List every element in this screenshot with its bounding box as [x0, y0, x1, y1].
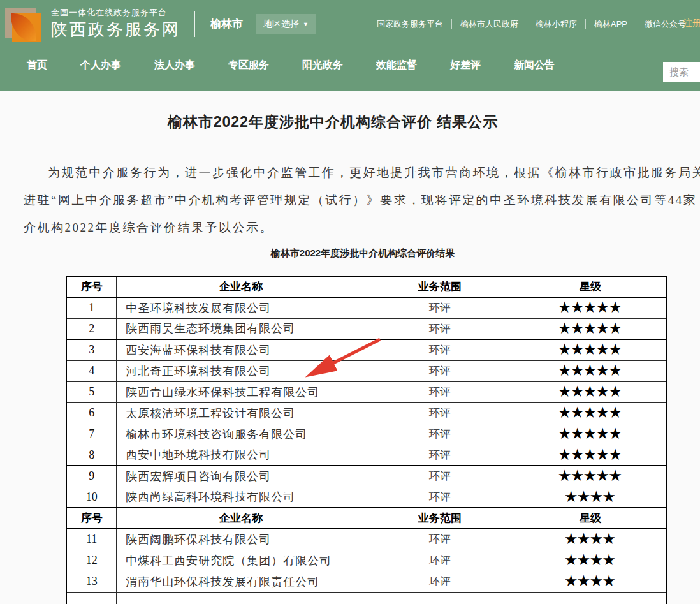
cell-no: 12 [66, 550, 117, 571]
site-name: 陕西政务服务网 [51, 19, 180, 40]
cell-stars: ★★★★★ [514, 339, 667, 360]
paragraph-line: 进驻“网上中介服务超市”中介机构考评管理规定（试行）》要求，现将评定的中圣环境科… [24, 192, 697, 209]
column-header: 序号 [66, 508, 117, 529]
cell-no: 11 [66, 529, 117, 550]
nav-item-新闻公告[interactable]: 新闻公告 [514, 59, 555, 72]
cell-no [66, 592, 117, 604]
paragraph-line: 为规范中介服务行为，进一步强化中介监管工作，更好地提升我市营商环境，根据《榆林市… [48, 165, 700, 181]
cell-scope: 环评 [365, 424, 514, 445]
brand-text: 全国一体化在线政务服务平台 陕西政务服务网 [51, 8, 180, 40]
top-link[interactable]: 榆林APP [586, 18, 636, 30]
table-row: 13渭南华山环保科技发展有限责任公司环评★★★★ [66, 571, 667, 592]
column-header: 业务范围 [365, 276, 514, 297]
current-city-label: 榆林市 [210, 17, 243, 31]
nav-item-首页[interactable]: 首页 [27, 59, 47, 72]
table-row: 12中煤科工西安研究院（集团）有限公司环评★★★★ [66, 550, 667, 571]
table-row: 6太原核清环境工程设计有限公司环评★★★★★ [66, 402, 667, 424]
cell-scope: 环评 [365, 381, 514, 402]
cell-name: 渭南华山环保科技发展有限责任公司 [117, 571, 365, 592]
cell-no: 4 [66, 360, 117, 381]
table-caption: 榆林市2022年度涉批中介机构综合评价结果 [0, 247, 700, 260]
cell-stars: ★★★★★ [514, 445, 667, 466]
cell-name: 陕西青山绿水环保科技工程有限公司 [117, 381, 365, 402]
column-header: 业务范围 [365, 508, 514, 529]
table-row: 3西安海蓝环保科技有限公司环评★★★★★ [66, 339, 667, 360]
table-row: 8西安中地环境科技有限公司环评★★★★★ [66, 445, 667, 466]
cell-no: 3 [66, 339, 117, 360]
top-links: 国家政务服务平台榆林市人民政府榆林小程序榆林APP微信公众号 [368, 0, 694, 48]
cell-stars: ★★★★ [514, 487, 667, 508]
cell-name [117, 592, 365, 604]
cell-no: 6 [66, 402, 117, 424]
column-header: 序号 [66, 276, 117, 297]
platform-label: 全国一体化在线政务服务平台 [51, 8, 180, 18]
paragraph-line: 介机构2022年度综合评价结果予以公示。 [24, 219, 273, 236]
cell-name: 中圣环境科技发展有限公司 [117, 297, 365, 318]
cell-name: 西安海蓝环保科技有限公司 [117, 339, 365, 360]
top-link[interactable]: 国家政务服务平台 [368, 18, 451, 30]
header-top-row: 全国一体化在线政务服务平台 陕西政务服务网 榆林市 地区选择 ▼ 国家政务服务平… [0, 0, 700, 48]
cell-scope: 环评 [365, 487, 514, 508]
nav-item-阳光政务[interactable]: 阳光政务 [302, 59, 343, 72]
cell-stars: ★★★★★ [514, 466, 667, 487]
cell-stars [514, 592, 667, 604]
cell-scope: 环评 [365, 339, 514, 360]
cell-no: 1 [66, 297, 117, 318]
cell-scope: 环评 [365, 571, 514, 592]
cell-stars: ★★★★★ [514, 402, 667, 424]
nav-item-个人办事[interactable]: 个人办事 [80, 59, 121, 72]
region-selector-label: 地区选择 [263, 18, 299, 30]
cell-name: 榆林市环境科技咨询服务有限公司 [117, 424, 365, 445]
cell-name: 陕西宏辉项目咨询有限公司 [117, 466, 365, 487]
cell-no: 5 [66, 381, 117, 402]
table-header-row: 序号企业名称业务范围星级 [66, 508, 667, 529]
nav-item-法人办事[interactable]: 法人办事 [154, 59, 195, 72]
column-header: 企业名称 [117, 508, 365, 529]
main-nav: 首页个人办事法人办事专区服务阳光政务效能监督好差评新闻公告 [0, 48, 700, 82]
cell-stars: ★★★★★ [514, 297, 667, 318]
cell-stars: ★★★★★ [514, 381, 667, 402]
table-row: 9陕西宏辉项目咨询有限公司环评★★★★★ [66, 466, 667, 487]
cell-name: 河北奇正环境科技有限公司 [117, 360, 365, 381]
page-title: 榆林市2022年度涉批中介机构综合评价 结果公示 [0, 112, 666, 132]
cell-name: 陕西阔鹏环保科技有限公司 [117, 529, 365, 550]
cell-name: 太原核清环境工程设计有限公司 [117, 402, 365, 424]
cell-scope: 环评 [365, 318, 514, 339]
cell-scope [365, 592, 514, 604]
register-link[interactable]: 注册 [683, 18, 700, 29]
cell-scope: 环评 [365, 445, 514, 466]
nav-item-效能监督[interactable]: 效能监督 [376, 59, 417, 72]
top-link[interactable]: 榆林市人民政府 [452, 18, 527, 30]
cell-no: 10 [66, 487, 117, 508]
column-header: 星级 [514, 508, 667, 529]
cell-scope: 环评 [365, 550, 514, 571]
top-link[interactable]: 榆林小程序 [527, 18, 585, 30]
table-row: 5陕西青山绿水环保科技工程有限公司环评★★★★★ [66, 381, 667, 402]
cell-no: 2 [66, 318, 117, 339]
table-row: 1中圣环境科技发展有限公司环评★★★★★ [66, 297, 667, 318]
cell-stars: ★★★★ [514, 571, 667, 592]
site-header: 全国一体化在线政务服务平台 陕西政务服务网 榆林市 地区选择 ▼ 国家政务服务平… [0, 0, 700, 91]
cell-name: 中煤科工西安研究院（集团）有限公司 [117, 550, 365, 571]
region-selector-button[interactable]: 地区选择 ▼ [256, 14, 316, 34]
cell-scope: 环评 [365, 297, 514, 318]
cell-stars: ★★★★★ [514, 424, 667, 445]
search-input[interactable] [663, 62, 700, 82]
table-header-row: 序号企业名称业务范围星级 [66, 276, 667, 297]
cell-no: 9 [66, 466, 117, 487]
cell-stars: ★★★★★ [514, 318, 667, 339]
cell-stars: ★★★★★ [514, 360, 667, 381]
table-row: 4河北奇正环境科技有限公司环评★★★★★ [66, 360, 667, 381]
site-logo[interactable] [4, 4, 45, 44]
cell-no: 7 [66, 424, 117, 445]
table-row: 11陕西阔鹏环保科技有限公司环评★★★★ [66, 529, 667, 550]
cell-no: 13 [66, 571, 117, 592]
column-header: 星级 [514, 276, 667, 297]
nav-item-好差评[interactable]: 好差评 [450, 59, 481, 72]
nav-item-专区服务[interactable]: 专区服务 [228, 59, 269, 72]
results-table-body: 序号企业名称业务范围星级1中圣环境科技发展有限公司环评★★★★★2陕西雨昊生态环… [66, 276, 667, 604]
cell-name: 陕西雨昊生态环境集团有限公司 [117, 318, 365, 339]
cell-scope: 环评 [365, 360, 514, 381]
cell-scope: 环评 [365, 402, 514, 424]
column-header: 企业名称 [117, 276, 365, 297]
